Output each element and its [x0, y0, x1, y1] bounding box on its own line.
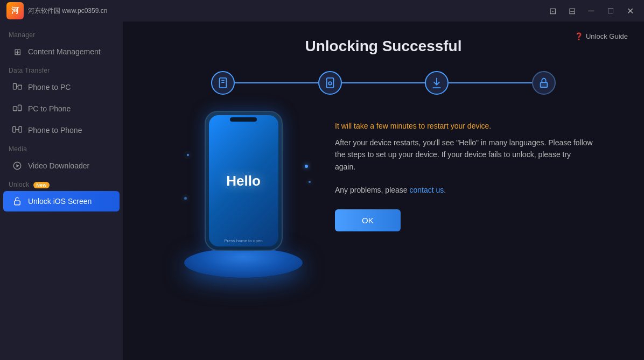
sidebar-item-pc-to-phone[interactable]: PC to Phone: [3, 98, 120, 119]
sidebar-item-content-management[interactable]: ⊞ Content Management: [3, 41, 120, 62]
sidebar-item-phone-to-pc[interactable]: Phone to PC: [3, 77, 120, 97]
unlock-guide-button[interactable]: ❓ Unlock Guide: [575, 32, 628, 40]
contact-suffix: .: [444, 186, 446, 194]
step-line-1: [235, 82, 318, 83]
sidebar-item-label: Unlock iOS Screen: [28, 197, 92, 206]
manager-label: Manager: [0, 27, 123, 41]
minimize-button[interactable]: ─: [584, 3, 599, 18]
glow-dot-3: [184, 197, 187, 200]
svg-rect-0: [13, 83, 17, 89]
unlock-label: Unlock New: [0, 177, 123, 190]
svg-rect-15: [326, 78, 333, 88]
device-icon-btn[interactable]: ⊡: [545, 3, 560, 18]
step-4: [532, 71, 556, 95]
question-icon: ❓: [575, 32, 583, 40]
titlebar: 河 河东软件园 www.pc0359.cn ⊡ ⊟ ─ □ ✕: [0, 0, 644, 22]
svg-rect-6: [13, 126, 16, 132]
app-logo: 河 河东软件园 www.pc0359.cn: [6, 2, 107, 19]
step-1: [211, 71, 235, 95]
sidebar-item-label: Phone to Phone: [28, 126, 82, 135]
svg-point-16: [328, 82, 332, 85]
svg-marker-10: [17, 164, 19, 167]
video-downloader-icon: [12, 160, 23, 171]
sidebar-item-label: Phone to PC: [28, 83, 71, 91]
hello-text: Hello: [226, 173, 261, 189]
step-3: [425, 71, 449, 95]
pc-to-phone-icon: [12, 103, 23, 114]
logo-text: 河东软件园 www.pc0359.cn: [28, 6, 107, 16]
svg-rect-1: [18, 85, 22, 89]
phone-notch: [230, 117, 257, 122]
step-2: [318, 71, 342, 95]
svg-rect-18: [541, 82, 548, 87]
main-content: ❓ Unlock Guide Unlocking Successful: [123, 22, 644, 360]
glow-dot-2: [309, 181, 311, 183]
glow-dot-4: [187, 154, 189, 156]
svg-rect-11: [15, 201, 20, 205]
sidebar-item-phone-to-phone[interactable]: Phone to Phone: [3, 120, 120, 140]
ok-button[interactable]: OK: [335, 209, 401, 231]
media-label: Media: [0, 141, 123, 155]
svg-rect-3: [18, 105, 22, 111]
phone-to-phone-icon: [12, 125, 23, 136]
warning-text: It will take a few minutes to restart yo…: [335, 122, 593, 130]
data-transfer-label: Data Transfer: [0, 62, 123, 76]
sidebar-item-unlock-ios-screen[interactable]: Unlock iOS Screen: [3, 191, 120, 211]
svg-rect-4: [13, 107, 17, 111]
content-management-icon: ⊞: [12, 46, 23, 57]
svg-rect-7: [19, 126, 22, 132]
step-line-3: [449, 82, 532, 83]
phone-body: Hello Press home to open: [205, 111, 283, 251]
unlock-guide-label: Unlock Guide: [586, 32, 628, 40]
store-icon-btn[interactable]: ⊟: [564, 3, 579, 18]
maximize-button[interactable]: □: [603, 3, 618, 18]
step-line-2: [342, 82, 425, 83]
description-text: After your device restarts, you'll see "…: [335, 137, 593, 173]
sidebar-item-label: PC to Phone: [28, 104, 71, 113]
contact-us-link[interactable]: contact us: [410, 186, 444, 194]
new-badge: New: [33, 182, 49, 188]
phone-to-pc-icon: [12, 82, 23, 93]
glow-dot-1: [305, 165, 308, 168]
right-content: It will take a few minutes to restart yo…: [335, 111, 593, 231]
phone-illustration: Hello Press home to open: [173, 111, 313, 278]
press-home-text: Press home to open: [224, 238, 263, 243]
sidebar-item-label: Video Downloader: [28, 161, 89, 170]
close-button[interactable]: ✕: [622, 3, 638, 18]
logo-icon: 河: [6, 2, 24, 19]
contact-prefix: Any problems, please: [335, 186, 410, 194]
unlock-icon: [12, 196, 23, 207]
content-area: Hello Press home to open It will take a …: [173, 111, 593, 278]
phone-platform: [184, 248, 303, 278]
window-controls: ⊡ ⊟ ─ □ ✕: [545, 3, 638, 18]
sidebar: Manager ⊞ Content Management Data Transf…: [0, 22, 123, 360]
app-body: Manager ⊞ Content Management Data Transf…: [0, 22, 644, 360]
page-title: Unlocking Successful: [305, 38, 462, 55]
sidebar-item-video-downloader[interactable]: Video Downloader: [3, 156, 120, 176]
sidebar-item-label: Content Management: [28, 47, 101, 56]
phone-screen: Hello: [209, 115, 278, 246]
contact-line: Any problems, please contact us.: [335, 186, 593, 194]
progress-bar: [211, 71, 556, 95]
